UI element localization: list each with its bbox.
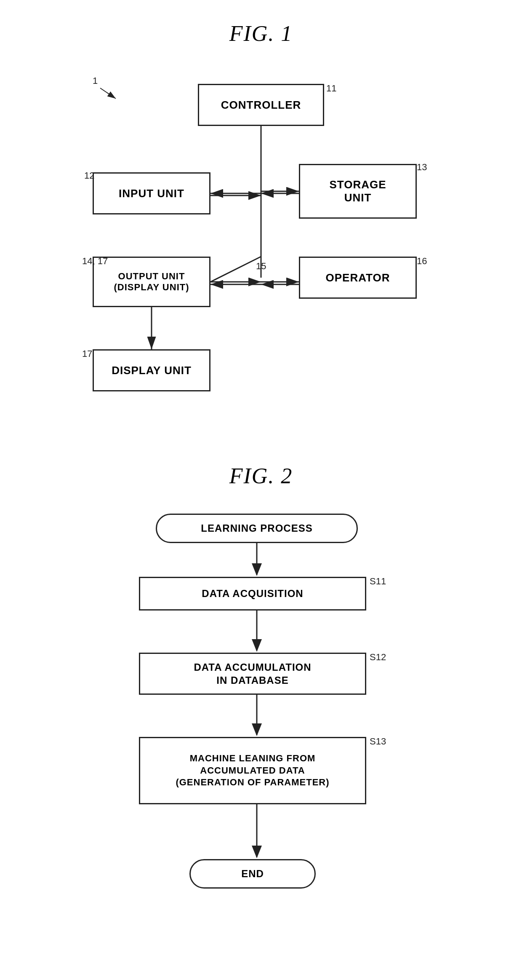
- fig2-title: FIG. 2: [0, 451, 522, 488]
- fig2-section: FIG. 2 LEARNING PROCESS DATA ACQUISITION…: [0, 451, 522, 980]
- svg-line-3: [100, 88, 116, 99]
- output-unit-label: OUTPUT UNIT (DISPLAY UNIT): [114, 271, 189, 293]
- ref-1: 1: [93, 75, 98, 86]
- page-container: FIG. 1 1 CONTROLLER 11 INPUT UNIT 12 STO…: [0, 0, 522, 980]
- data-accumulation-box: DATA ACCUMULATION IN DATABASE: [139, 653, 366, 695]
- display-unit-box: DISPLAY UNIT: [93, 349, 210, 391]
- ref-15: 15: [256, 261, 266, 272]
- ref-16: 16: [417, 256, 427, 267]
- operator-label: OPERATOR: [326, 271, 390, 284]
- storage-unit-box: STORAGE UNIT: [299, 164, 417, 219]
- controller-box: CONTROLLER: [198, 84, 324, 126]
- learning-process-label: LEARNING PROCESS: [201, 522, 312, 534]
- fig1-section: FIG. 1 1 CONTROLLER 11 INPUT UNIT 12 STO…: [0, 8, 522, 451]
- storage-unit-label: STORAGE UNIT: [329, 178, 386, 204]
- display-unit-label: DISPLAY UNIT: [112, 364, 192, 377]
- end-label: END: [241, 868, 264, 880]
- ref-14-17: 14, 17: [82, 256, 108, 267]
- machine-learning-label: MACHINE LEANING FROM ACCUMULATED DATA (G…: [176, 752, 329, 789]
- data-accumulation-label: DATA ACCUMULATION IN DATABASE: [194, 661, 311, 687]
- s13-label: S13: [370, 736, 386, 747]
- fig2-diagram: LEARNING PROCESS DATA ACQUISITION S11 DA…: [114, 497, 408, 960]
- data-acquisition-label: DATA ACQUISITION: [202, 587, 303, 600]
- end-box: END: [189, 859, 316, 889]
- s11-label: S11: [370, 576, 386, 587]
- ref-13: 13: [417, 162, 427, 173]
- input-unit-box: INPUT UNIT: [93, 172, 210, 214]
- input-unit-label: INPUT UNIT: [119, 187, 184, 200]
- ref-11: 11: [326, 83, 336, 94]
- fig1-diagram: 1 CONTROLLER 11 INPUT UNIT 12 STORAGE UN…: [80, 50, 442, 429]
- data-acquisition-box: DATA ACQUISITION: [139, 577, 366, 610]
- s12-label: S12: [370, 652, 386, 663]
- output-unit-box: OUTPUT UNIT (DISPLAY UNIT): [93, 257, 210, 307]
- ref-12: 12: [84, 170, 94, 181]
- machine-learning-box: MACHINE LEANING FROM ACCUMULATED DATA (G…: [139, 737, 366, 804]
- svg-line-10: [210, 257, 261, 282]
- fig1-title: FIG. 1: [0, 8, 522, 46]
- ref-17: 17: [82, 348, 92, 359]
- learning-process-box: LEARNING PROCESS: [156, 514, 358, 543]
- operator-box: OPERATOR: [299, 257, 417, 299]
- controller-label: CONTROLLER: [221, 99, 301, 112]
